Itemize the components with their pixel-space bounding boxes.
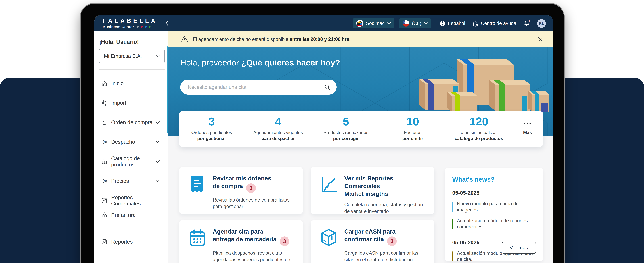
- ver-mas-button[interactable]: Ver más: [502, 242, 536, 254]
- calendar-icon: [187, 228, 207, 263]
- globe-icon: [440, 20, 446, 26]
- bell-icon: [524, 20, 531, 27]
- logo-subtitle: Business Center: [103, 25, 134, 29]
- stat-label-bold: por emitir: [402, 135, 423, 141]
- news-item-text: Actualización módulo de reportes comerci…: [457, 218, 536, 230]
- sidebar: ¡Hola, Usuario! Mi Empresa S.A. Inicio: [94, 31, 168, 263]
- help-center-link[interactable]: Centro de ayuda: [472, 20, 516, 26]
- chevron-down-icon: [387, 22, 391, 24]
- svg-text:★: ★: [403, 21, 405, 23]
- app-window: FALABELLA Business Center: [94, 15, 553, 263]
- coin-icon: $: [100, 138, 108, 146]
- tablet-frame: FALABELLA Business Center: [80, 3, 565, 263]
- user-avatar[interactable]: KL: [537, 19, 546, 28]
- sidebar-scrollbar-thumb[interactable]: [167, 46, 168, 133]
- card-reportes-comerciales[interactable]: Ver mis Reportes Comerciales Market insi…: [311, 167, 434, 214]
- sidebar-item-label: Reportes Comerciales: [111, 194, 155, 207]
- stat-value: 3: [208, 114, 215, 130]
- hero-search: [180, 80, 336, 95]
- sidebar-item-label: Catálogo de productos: [111, 155, 155, 168]
- stat-facturas[interactable]: 10 Facturas por emitir: [380, 114, 446, 144]
- sidebar-divider: [99, 69, 165, 70]
- news-item-text: Nuevo módulo para carga de imágenes.: [457, 201, 536, 213]
- card-description: Completa reportería, status y gestión de…: [344, 201, 424, 215]
- boxes-illustration: [415, 52, 550, 112]
- globe-sync-icon: [100, 99, 108, 107]
- sidebar-item-label: Despacho: [111, 139, 135, 145]
- language-selector[interactable]: Español: [440, 20, 465, 26]
- topbar-right-cluster: Sodimac ★ (CL): [353, 18, 546, 28]
- stat-value: 4: [275, 114, 281, 130]
- catalog-book-icon: [100, 158, 108, 165]
- stat-dias-sin-actualizar[interactable]: 120 días sin actualizar catálogo de prod…: [446, 114, 512, 144]
- stat-label-bold: catálogo de productos: [455, 135, 503, 141]
- sidebar-item-orden-de-compra[interactable]: Orden de compra: [99, 113, 168, 132]
- main-area: El agendamiento de cita no estará dispon…: [168, 31, 553, 263]
- news-color-bar: [452, 219, 454, 229]
- logo-brand-dots: [137, 26, 151, 28]
- purchase-order-icon: [100, 119, 108, 126]
- stat-more[interactable]: ... Más: [512, 114, 543, 144]
- company-selector-value: Mi Empresa S.A.: [104, 53, 142, 59]
- news-item[interactable]: Actualización módulo de reportes comerci…: [452, 218, 536, 230]
- count-badge: 3: [387, 237, 397, 246]
- company-selector[interactable]: Mi Empresa S.A.: [99, 49, 164, 63]
- stat-label: Productos rechazados: [324, 130, 368, 135]
- coin-icon: $: [100, 177, 108, 185]
- stat-label: días sin actualizar: [461, 130, 497, 135]
- sidebar-item-despacho[interactable]: $ Despacho: [99, 132, 168, 152]
- sidebar-item-label: Prefactura: [111, 212, 136, 218]
- sidebar-item-reportes[interactable]: Reportes: [99, 232, 168, 252]
- chevron-down-icon: [156, 55, 160, 57]
- country-selector-button[interactable]: ★ (CL): [399, 18, 431, 28]
- stat-label-bold: Más: [523, 130, 532, 135]
- card-description: Planifica despachos, revisa citas agenda…: [213, 250, 292, 263]
- collapse-sidebar-chevron-left-icon[interactable]: [165, 20, 170, 27]
- chart-report-icon: [100, 197, 108, 204]
- sidebar-item-import[interactable]: Import: [99, 93, 168, 113]
- card-title: Ver mis Reportes Comerciales Market insi…: [344, 175, 429, 198]
- store-selector-button[interactable]: Sodimac: [353, 18, 394, 28]
- stat-label-bold: para despachar: [262, 135, 295, 141]
- news-title: What's news?: [452, 176, 536, 183]
- hero-title: Hola, proveedor ¿Qué quieres hacer hoy?: [180, 58, 340, 67]
- line-chart-icon: [319, 175, 339, 214]
- catalog-book-icon: [100, 211, 108, 219]
- sidebar-item-label: Precios: [111, 178, 129, 184]
- news-color-bar: [452, 202, 454, 212]
- count-badge: 3: [246, 183, 256, 193]
- chile-flag-icon: ★: [403, 20, 409, 27]
- stat-agendamientos-vigentes[interactable]: 4 Agendamientos vigentes para despachar: [244, 114, 312, 144]
- stat-value: 10: [406, 114, 419, 130]
- chevron-down-icon: [155, 121, 160, 124]
- stats-card: 3 Órdenes pendientes por gestionar 4 Age…: [179, 111, 543, 147]
- search-icon[interactable]: [324, 84, 331, 91]
- sidebar-item-prefactura[interactable]: Prefactura: [99, 205, 168, 225]
- search-input[interactable]: [180, 80, 324, 95]
- stat-ordenes-pendientes[interactable]: 3 Órdenes pendientes por gestionar: [179, 114, 244, 144]
- stat-label: Facturas: [404, 130, 422, 135]
- package-box-icon: [319, 228, 339, 263]
- chevron-down-icon: [155, 160, 160, 163]
- sidebar-item-precios[interactable]: $ Precios: [99, 171, 168, 191]
- card-cargar-easn[interactable]: Cargar eASN para confirmar cita3 Carga l…: [311, 220, 434, 263]
- card-revisar-ordenes[interactable]: Revisar mis órdenes de compra3 Revisa la…: [179, 167, 303, 214]
- card-agendar-cita[interactable]: Agendar cita para entrega de mercadería3…: [179, 220, 303, 263]
- card-title: Cargar eASN para confirmar cita3: [344, 228, 424, 246]
- sidebar-item-inicio[interactable]: Inicio: [99, 74, 168, 93]
- stat-label-bold: por gestionar: [197, 135, 226, 141]
- country-selector-label: (CL): [412, 20, 421, 26]
- chevron-down-icon: [155, 141, 160, 143]
- sidebar-item-catalogo-de-productos[interactable]: Catálogo de productos: [99, 152, 168, 171]
- close-icon[interactable]: [538, 36, 543, 42]
- news-item[interactable]: Nuevo módulo para carga de imágenes.: [452, 201, 536, 213]
- notifications-button[interactable]: [524, 20, 531, 27]
- logo-wordmark: FALABELLA: [103, 18, 157, 24]
- content-row: ¡Hola, Usuario! Mi Empresa S.A. Inicio: [94, 31, 553, 263]
- stat-productos-rechazados[interactable]: 5 Productos rechazados por corregir: [312, 114, 380, 144]
- sodimac-logo-icon: [356, 20, 363, 27]
- sidebar-item-label: Import: [111, 100, 126, 106]
- sidebar-menu: Inicio: [99, 74, 168, 252]
- sidebar-divider: [99, 224, 165, 224]
- sidebar-greeting: ¡Hola, Usuario!: [99, 39, 168, 45]
